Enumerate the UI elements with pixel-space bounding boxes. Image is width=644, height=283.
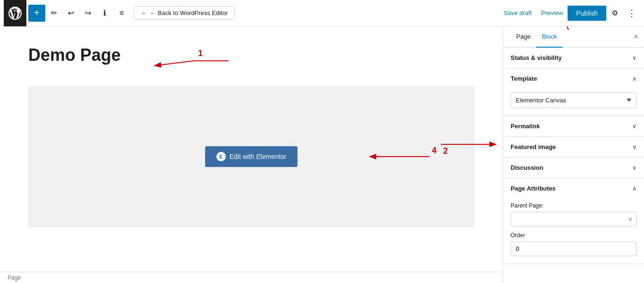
template-select[interactable]: Elementor Canvas Default template Elemen… <box>511 92 636 108</box>
wordpress-logo <box>4 0 26 26</box>
tools-button[interactable]: ✏ <box>45 5 62 22</box>
section-discussion: Discussion ∨ <box>503 158 644 178</box>
parent-page-wrapper: × <box>511 212 636 226</box>
settings-button[interactable]: ⚙ <box>606 5 623 22</box>
annotation-arrow-1: 1 <box>151 49 245 73</box>
page-title[interactable]: Demo Page <box>28 45 121 65</box>
section-page-attributes: Page Attributes ∧ Parent Page: × Order <box>503 178 644 264</box>
status-text: Page <box>8 275 21 281</box>
page-attributes-body: Parent Page: × Order <box>503 199 644 264</box>
parent-page-label: Parent Page: <box>511 202 636 209</box>
redo-button[interactable]: ↪ <box>79 5 96 22</box>
publish-button[interactable]: Publish <box>568 6 606 21</box>
redo-icon: ↪ <box>85 8 91 17</box>
section-template-header[interactable]: Template ∧ <box>503 68 644 89</box>
order-section: Order <box>511 232 636 256</box>
add-block-button[interactable]: + <box>28 5 45 22</box>
template-section-body: Elementor Canvas Default template Elemen… <box>503 89 644 116</box>
sidebar-content: Status & visibility ∨ Template ∧ Element… <box>503 48 644 283</box>
editor-area: Demo Page 1 E Edit with Elementor <box>0 26 503 283</box>
tab-block[interactable]: Block <box>536 26 562 48</box>
chevron-page-attributes-icon: ∧ <box>632 185 636 192</box>
section-permalink-header[interactable]: Permalink ∨ <box>503 116 644 136</box>
section-status-header[interactable]: Status & visibility ∨ <box>503 48 644 68</box>
toolbar: + ✏ ↩ ↪ ℹ ≡ ← ← Back to WordPress Editor… <box>0 0 644 26</box>
chevron-featured-image-icon: ∨ <box>632 144 636 150</box>
annotation-arrow-4: 4 <box>361 145 446 168</box>
section-status-visibility: Status & visibility ∨ <box>503 48 644 68</box>
svg-text:1: 1 <box>198 49 203 58</box>
status-bar: Page <box>0 272 503 283</box>
content-area: E Edit with Elementor 4 <box>28 86 474 227</box>
edit-with-elementor-button[interactable]: E Edit with Elementor <box>205 146 298 167</box>
svg-line-1 <box>156 61 193 66</box>
undo-button[interactable]: ↩ <box>62 5 79 22</box>
list-view-button[interactable]: ≡ <box>113 5 130 22</box>
chevron-discussion-icon: ∨ <box>632 165 636 171</box>
chevron-template-icon: ∧ <box>632 75 636 82</box>
gear-icon: ⚙ <box>611 8 618 17</box>
chevron-permalink-icon: ∨ <box>632 123 636 130</box>
tab-page[interactable]: Page <box>511 26 536 48</box>
parent-page-clear-button[interactable]: × <box>625 216 636 223</box>
main-layout: Demo Page 1 E Edit with Elementor <box>0 26 644 283</box>
back-arrow-icon: ← <box>141 9 147 17</box>
section-permalink: Permalink ∨ <box>503 116 644 137</box>
more-options-button[interactable]: ⋮ <box>623 5 640 22</box>
parent-page-input[interactable] <box>511 212 625 226</box>
more-icon: ⋮ <box>627 8 636 18</box>
order-label: Order <box>511 232 636 239</box>
info-button[interactable]: ℹ <box>96 5 113 22</box>
svg-text:4: 4 <box>432 146 437 155</box>
preview-button[interactable]: Preview <box>537 7 568 19</box>
section-discussion-header[interactable]: Discussion ∨ <box>503 158 644 178</box>
section-page-attributes-header[interactable]: Page Attributes ∧ <box>503 178 644 199</box>
wp-logo-icon <box>8 7 22 20</box>
elementor-icon: E <box>216 152 226 161</box>
section-featured-image-header[interactable]: Featured image ∨ <box>503 137 644 157</box>
save-draft-button[interactable]: Save draft <box>499 7 537 19</box>
section-template: Template ∧ Elementor Canvas Default temp… <box>503 68 644 116</box>
back-to-wp-editor-button[interactable]: ← ← Back to WordPress Editor <box>134 6 235 20</box>
sidebar-close-button[interactable]: × <box>634 33 638 41</box>
info-icon: ℹ <box>103 8 106 17</box>
order-input[interactable] <box>511 241 636 256</box>
section-featured-image: Featured image ∨ <box>503 137 644 158</box>
sidebar: 3 Page Block × Status & visibility ∨ <box>503 26 644 283</box>
pencil-icon: ✏ <box>51 8 57 17</box>
sidebar-tabs: Page Block × <box>503 26 644 48</box>
chevron-status-icon: ∨ <box>632 55 636 61</box>
list-icon: ≡ <box>119 9 124 17</box>
undo-icon: ↩ <box>68 8 74 17</box>
